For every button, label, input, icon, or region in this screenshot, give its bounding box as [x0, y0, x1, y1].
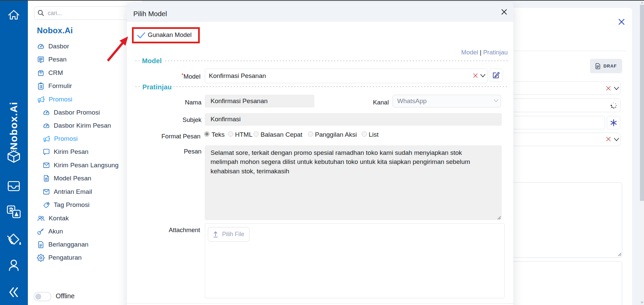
svg-text:Nobox.Ai: Nobox.Ai	[8, 101, 19, 150]
